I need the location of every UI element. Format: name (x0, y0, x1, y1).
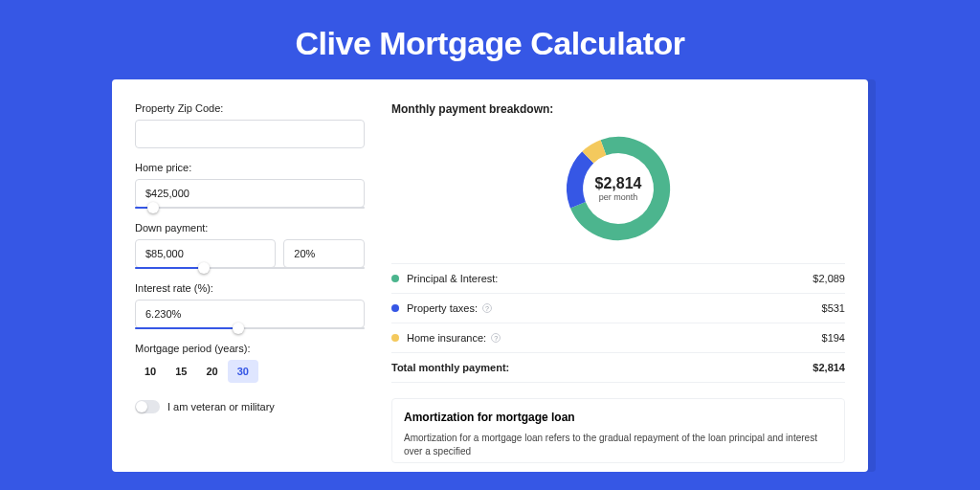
info-icon[interactable]: ? (482, 303, 492, 313)
legend-row: Property taxes:?$531 (391, 294, 845, 323)
legend-value: $2,089 (813, 273, 845, 284)
legend-dot (391, 304, 399, 312)
zip-input[interactable] (135, 120, 365, 148)
period-label: Mortgage period (years): (135, 343, 365, 354)
period-btn-15[interactable]: 15 (166, 360, 196, 383)
legend-row: Home insurance:?$194 (391, 323, 845, 353)
page-title: Clive Mortgage Calculator (0, 0, 980, 79)
info-icon[interactable]: ? (491, 333, 501, 343)
donut-sub: per month (595, 192, 642, 202)
legend-dot (391, 334, 399, 342)
period-btn-10[interactable]: 10 (135, 360, 166, 383)
period-buttons: 10152030 (135, 360, 365, 383)
legend-label: Principal & Interest: (407, 273, 498, 284)
breakdown-column: Monthly payment breakdown: $2,814 per mo… (391, 102, 845, 462)
down-payment-pct-input[interactable] (283, 239, 365, 268)
breakdown-title: Monthly payment breakdown: (391, 102, 845, 116)
interest-field: Interest rate (%): (135, 282, 365, 329)
down-payment-label: Down payment: (135, 222, 365, 234)
amortization-text: Amortization for a mortgage loan refers … (404, 432, 833, 458)
interest-label: Interest rate (%): (135, 282, 365, 294)
interest-input[interactable] (135, 300, 365, 328)
period-field: Mortgage period (years): 10152030 (135, 343, 365, 383)
donut-chart: $2,814 per month (391, 131, 845, 246)
legend-total-label: Total monthly payment: (391, 362, 509, 373)
legend-row: Principal & Interest:$2,089 (391, 264, 845, 294)
home-price-slider[interactable] (135, 207, 365, 209)
legend: Principal & Interest:$2,089Property taxe… (391, 263, 845, 383)
period-btn-30[interactable]: 30 (228, 360, 258, 383)
amortization-box: Amortization for mortgage loan Amortizat… (391, 398, 845, 463)
veteran-toggle[interactable] (135, 400, 160, 413)
home-price-label: Home price: (135, 162, 365, 173)
down-payment-field: Down payment: (135, 222, 365, 269)
veteran-label: I am veteran or military (167, 401, 275, 412)
legend-dot (391, 275, 399, 282)
legend-label: Property taxes: (407, 302, 478, 314)
legend-total-value: $2,814 (813, 362, 845, 373)
period-btn-20[interactable]: 20 (197, 360, 228, 383)
legend-value: $194 (822, 332, 845, 344)
legend-label: Home insurance: (407, 332, 486, 344)
toggle-knob (136, 401, 147, 412)
legend-total-row: Total monthly payment:$2,814 (391, 353, 845, 383)
down-payment-slider[interactable] (135, 267, 365, 269)
amortization-title: Amortization for mortgage loan (404, 411, 833, 424)
home-price-field: Home price: (135, 162, 365, 209)
zip-label: Property Zip Code: (135, 102, 365, 114)
calculator-card: Property Zip Code: Home price: Down paym… (112, 79, 868, 472)
veteran-toggle-row: I am veteran or military (135, 400, 365, 413)
interest-slider[interactable] (135, 327, 365, 329)
donut-value: $2,814 (595, 175, 642, 192)
zip-field: Property Zip Code: (135, 102, 365, 148)
inputs-column: Property Zip Code: Home price: Down paym… (135, 102, 365, 462)
legend-value: $531 (822, 302, 845, 314)
home-price-input[interactable] (135, 179, 365, 208)
